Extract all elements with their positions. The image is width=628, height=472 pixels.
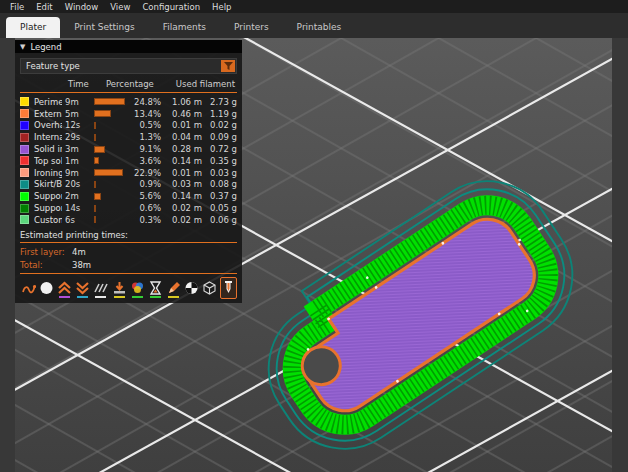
- feature-percent: 24.8%: [131, 97, 161, 107]
- feature-time: 20s: [65, 179, 91, 189]
- wipe-icon[interactable]: [38, 277, 54, 299]
- feature-color-swatch: [20, 192, 29, 201]
- feature-color-swatch: [20, 204, 29, 213]
- retractions-icon[interactable]: [56, 277, 72, 299]
- feature-length: 0.04 m: [164, 132, 202, 142]
- feature-length: 0.14 m: [164, 156, 202, 166]
- pauses-icon[interactable]: [147, 277, 163, 299]
- feature-percent: 1.3%: [131, 132, 161, 142]
- feature-length: 0.46 m: [164, 109, 202, 119]
- feature-time: 9m: [65, 168, 91, 178]
- total-label: Total:: [20, 260, 72, 270]
- feature-weight: 0.35 g: [205, 156, 237, 166]
- feature-time: 2m: [65, 191, 91, 201]
- tool-changes-icon[interactable]: [111, 277, 127, 299]
- tab-filaments[interactable]: Filaments: [149, 17, 220, 38]
- percentage-bar: [94, 134, 96, 141]
- table-row: Support material 2m 5.6% 0.14 m 0.37 g: [20, 190, 237, 202]
- feature-color-swatch: [20, 215, 29, 224]
- feature-length: 0.14 m: [164, 191, 202, 201]
- tool-marker-icon[interactable]: [220, 277, 237, 299]
- seams-icon[interactable]: [93, 277, 109, 299]
- feature-time: 1m: [65, 156, 91, 166]
- tab-printers[interactable]: Printers: [220, 17, 283, 38]
- preview-options-toolbar: [20, 277, 237, 299]
- col-percentage: Percentage: [97, 79, 161, 89]
- color-changes-icon[interactable]: [129, 277, 145, 299]
- feature-length: 0.01 m: [164, 120, 202, 130]
- feature-length: 0.28 m: [164, 144, 202, 154]
- feature-label: External perimeter: [34, 109, 62, 119]
- percentage-bar: [94, 110, 111, 117]
- menu-item-help[interactable]: Help: [206, 2, 237, 12]
- collapse-arrow-icon: ▼: [20, 43, 25, 51]
- feature-length: 0.01 m: [164, 168, 202, 178]
- percentage-bar: [94, 205, 96, 212]
- feature-weight: 2.73 g: [205, 97, 237, 107]
- feature-color-swatch: [20, 121, 29, 130]
- feature-time: 29s: [65, 132, 91, 142]
- menu-item-window[interactable]: Window: [59, 2, 105, 12]
- feature-length: 0.03 m: [164, 179, 202, 189]
- first-layer-value: 4m: [72, 247, 86, 257]
- table-row: Custom 6s 0.3% 0.02 m 0.06 g: [20, 214, 237, 226]
- tab-printables[interactable]: Printables: [283, 17, 356, 38]
- legend-column-headers: Time Percentage Used filament: [20, 77, 237, 90]
- feature-weight: 0.09 g: [205, 132, 237, 142]
- feature-label: Ironing: [34, 168, 62, 178]
- table-row: Internal infill 29s 1.3% 0.04 m 0.09 g: [20, 131, 237, 143]
- viewport-3d[interactable]: ▼ Legend Feature type Time Percentage Us…: [0, 38, 628, 472]
- feature-percent: 0.6%: [131, 203, 161, 213]
- feature-time: 3m: [65, 144, 91, 154]
- table-row: Perimeter 9m 24.8% 1.06 m 2.73 g: [20, 96, 237, 108]
- feature-percent: 0.5%: [131, 120, 161, 130]
- percentage-bar: [94, 169, 123, 176]
- col-used-filament: Used filament: [164, 79, 237, 89]
- menu-item-edit[interactable]: Edit: [30, 2, 58, 12]
- feature-percent: 13.4%: [131, 109, 161, 119]
- shells-icon[interactable]: [202, 277, 218, 299]
- feature-time: 9m: [65, 97, 91, 107]
- tab-plater[interactable]: Plater: [6, 17, 60, 38]
- feature-time: 14s: [65, 203, 91, 213]
- funnel-icon[interactable]: [221, 60, 235, 72]
- percentage-bar: [94, 216, 96, 223]
- feature-percent: 0.9%: [131, 179, 161, 189]
- menu-item-configuration[interactable]: Configuration: [136, 2, 206, 12]
- feature-color-swatch: [20, 168, 29, 177]
- menu-item-view[interactable]: View: [104, 2, 136, 12]
- table-row: Solid infill 3m 9.1% 0.28 m 0.72 g: [20, 143, 237, 155]
- feature-label: Internal infill: [34, 132, 62, 142]
- feature-weight: 0.37 g: [205, 191, 237, 201]
- feature-percent: 5.6%: [131, 191, 161, 201]
- table-row: Overhang perimeter 12s 0.5% 0.01 m 0.02 …: [20, 120, 237, 132]
- legend-header[interactable]: ▼ Legend: [15, 40, 242, 53]
- divider: [20, 242, 237, 243]
- feature-weight: 0.72 g: [205, 144, 237, 154]
- percentage-bar: [94, 193, 101, 200]
- view-type-select[interactable]: Feature type: [20, 58, 237, 74]
- travels-icon[interactable]: [20, 277, 36, 299]
- custom-gcode-icon[interactable]: [166, 277, 182, 299]
- table-row: External perimeter 5m 13.4% 0.46 m 1.19 …: [20, 108, 237, 120]
- tab-print-settings[interactable]: Print Settings: [60, 17, 148, 38]
- feature-label: Support material: [34, 191, 62, 201]
- feature-percent: 3.6%: [131, 156, 161, 166]
- menu-item-file[interactable]: File: [4, 2, 30, 12]
- center-of-gravity-icon[interactable]: [184, 277, 200, 299]
- menu-bar: FileEditWindowViewConfigurationHelp: [0, 0, 628, 13]
- first-layer-label: First layer:: [20, 247, 72, 257]
- feature-type-table: Perimeter 9m 24.8% 1.06 m 2.73 g Externa…: [20, 96, 237, 226]
- deretractions-icon[interactable]: [75, 277, 91, 299]
- feature-percent: 0.3%: [131, 215, 161, 225]
- percentage-bar: [94, 122, 96, 129]
- feature-label: Perimeter: [34, 97, 62, 107]
- feature-color-swatch: [20, 145, 29, 154]
- feature-label: Top solid infill: [34, 156, 62, 166]
- bed-right-edge: [612, 38, 628, 472]
- feature-weight: 1.19 g: [205, 109, 237, 119]
- feature-percent: 9.1%: [131, 144, 161, 154]
- table-row: Skirt/Brim 20s 0.9% 0.03 m 0.08 g: [20, 179, 237, 191]
- percentage-bar: [94, 98, 125, 105]
- view-type-value: Feature type: [26, 61, 80, 71]
